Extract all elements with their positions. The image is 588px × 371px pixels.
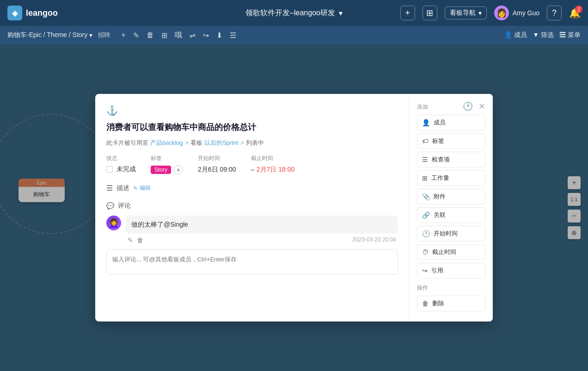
reference-prefix: 此卡片被引用至: [106, 139, 148, 147]
comment-input-wrapper: [106, 249, 398, 274]
status-text: 未完成: [116, 165, 136, 173]
add-button[interactable]: +: [400, 6, 415, 20]
time-separator: –: [251, 166, 255, 173]
status-checkbox[interactable]: [106, 166, 113, 173]
story-tag[interactable]: Story: [151, 166, 171, 174]
project-selector[interactable]: 领歌软件开发–leangoo研发 ▾: [245, 8, 343, 18]
download-tool[interactable]: ⬇: [214, 30, 224, 41]
start-time-icon: 🕐: [422, 230, 430, 237]
breadcrumb-dropdown[interactable]: ▾: [89, 31, 92, 39]
description-icon: ☰: [106, 184, 113, 192]
tag-field: 标签 Story +: [151, 155, 183, 174]
workload-icon: ⊞: [422, 174, 428, 182]
add-start-time-label: 开始时间: [434, 229, 458, 238]
recruit-link[interactable]: 招聘: [98, 31, 110, 39]
list-tool[interactable]: ☰: [228, 30, 238, 41]
members-link[interactable]: 👤 成员: [504, 31, 527, 39]
comment-actions: ✎ 🗑: [128, 236, 143, 244]
description-label: 描述: [116, 184, 129, 192]
add-attachment-label: 附件: [434, 192, 446, 201]
forward-tool[interactable]: ↪: [201, 30, 211, 41]
history-button[interactable]: 🕐: [462, 100, 474, 112]
filter-link[interactable]: ▼ 筛选: [533, 31, 554, 39]
comment-delete-button[interactable]: 🗑: [137, 236, 143, 244]
tag-icon: 🏷: [422, 137, 429, 145]
add-relation-label: 关联: [434, 211, 446, 219]
edit-label: 编辑: [140, 184, 151, 192]
edit-tool[interactable]: ✎: [131, 30, 141, 41]
modal-title: 消费者可以查看购物车中商品的价格总计: [106, 122, 398, 133]
board-nav-label: 看板导航: [450, 9, 476, 17]
grid-tool[interactable]: ⊞: [159, 30, 169, 41]
delete-tool[interactable]: 🗑: [145, 30, 156, 40]
end-time-field: 截止时间 – 2月7日 18:00: [251, 155, 295, 174]
modal-sidebar: 添加 👤 成员 🏷 标签 ☰ 检查项 ⊞ 工作量 �: [410, 94, 493, 322]
add-end-time-button[interactable]: ⏱ 截止时间: [417, 244, 485, 260]
comments-section: 💬 评论 👩‍🦱 做的太棒了@Single: [106, 202, 398, 274]
add-end-time-label: 截止时间: [432, 248, 456, 256]
top-nav: ◈ leangoo 领歌软件开发–leangoo研发 ▾ + ⊞ 看板导航 ▾ …: [0, 0, 588, 26]
swap-tool[interactable]: ⇌: [188, 30, 197, 41]
user-area[interactable]: 👩 Amy Guo: [494, 6, 539, 20]
avatar: 👩: [494, 6, 509, 20]
sub-nav: 购物车-Epic / Theme / Story ▾ 招聘 + ✎ 🗑 ⊞ 哦 …: [0, 26, 588, 44]
grid-button[interactable]: ⊞: [423, 6, 437, 20]
add-tag-button[interactable]: +: [174, 165, 183, 174]
relation-icon: 🔗: [422, 211, 430, 219]
add-tool[interactable]: +: [119, 30, 127, 40]
modal-dialog: 🕐 ✕ ⚓ 消费者可以查看购物车中商品的价格总计 此卡片被引用至 产品backl…: [95, 94, 493, 322]
status-label: 状态: [106, 155, 136, 162]
anchor-icon: ⚓: [106, 105, 118, 116]
comment-item: 👩‍🦱 做的太棒了@Single ✎ 🗑: [106, 216, 398, 244]
status-field: 状态 未完成: [106, 155, 136, 173]
comment-input[interactable]: [107, 250, 398, 272]
logo-text: leangoo: [26, 8, 58, 18]
comment-time: 2023-03-23 20:04: [352, 236, 396, 243]
reference-list-label: 列表中: [246, 139, 264, 147]
close-button[interactable]: ✕: [478, 100, 486, 112]
sub-nav-right: 👤 成员 ▼ 筛选 ☰ 菜单: [504, 31, 581, 39]
menu-link[interactable]: ☰ 菜单: [559, 31, 581, 39]
comment-avatar-img: 👩‍🦱: [106, 216, 121, 230]
add-attachment-button[interactable]: 📎 附件: [417, 189, 485, 204]
comment-edit-button[interactable]: ✎: [128, 236, 133, 244]
nav-right: + ⊞ 看板导航 ▾ 👩 Amy Guo ? 🔔 2: [400, 6, 581, 20]
delete-icon: 🗑: [422, 300, 429, 307]
start-time-value: 2月6日 09:00: [198, 166, 236, 173]
modal-overlay: 🕐 ✕ ⚓ 消费者可以查看购物车中商品的价格总计 此卡片被引用至 产品backl…: [0, 44, 588, 371]
board-nav-button[interactable]: 看板导航 ▾: [445, 6, 487, 19]
comment-author: 做的太棒了@Single: [131, 221, 188, 228]
share-tool[interactable]: 哦: [173, 30, 184, 41]
project-dropdown-icon: ▾: [339, 9, 343, 18]
add-start-time-button[interactable]: 🕐 开始时间: [417, 226, 485, 241]
start-time-label: 开始时间: [198, 155, 236, 162]
description-section-header: ☰ 描述 ✎ 编辑: [106, 184, 398, 192]
tags-wrapper: Story +: [151, 165, 183, 174]
edit-description-button[interactable]: ✎ 编辑: [133, 184, 151, 192]
modal-reference: 此卡片被引用至 产品backlog ↗ 看板 以后的Sprint ↗ 列表中: [106, 139, 398, 147]
comment-avatar: 👩‍🦱: [106, 216, 121, 230]
modal-top-actions: 🕐 ✕: [462, 100, 486, 112]
end-time-value: 2月7日 18:00: [257, 166, 295, 173]
delete-button[interactable]: 🗑 删除: [417, 296, 485, 311]
add-relation-button[interactable]: 🔗 关联: [417, 207, 485, 223]
add-tag-label: 标签: [432, 137, 444, 145]
end-time-label: 截止时间: [251, 155, 295, 162]
notification-button[interactable]: 🔔 2: [569, 7, 581, 19]
backlog-link[interactable]: 产品backlog ↗: [150, 139, 189, 147]
sprint-link[interactable]: 以后的Sprint ↗: [204, 139, 244, 147]
breadcrumb-text: 购物车-Epic / Theme / Story: [7, 31, 87, 39]
project-name: 领歌软件开发–leangoo研发: [245, 8, 335, 18]
add-tag-sidebar-button[interactable]: 🏷 标签: [417, 133, 485, 149]
help-button[interactable]: ?: [547, 6, 562, 20]
add-member-button[interactable]: 👤 成员: [417, 115, 485, 130]
add-checklist-button[interactable]: ☰ 检查项: [417, 152, 485, 167]
logo[interactable]: ◈ leangoo: [7, 6, 58, 20]
comments-title: 💬 评论: [106, 202, 398, 210]
edit-pencil-icon: ✎: [133, 185, 138, 192]
breadcrumb: 购物车-Epic / Theme / Story ▾: [7, 31, 92, 39]
end-time-icon: ⏱: [422, 248, 429, 256]
add-workload-button[interactable]: ⊞ 工作量: [417, 170, 485, 186]
add-quote-button[interactable]: ↪ 引用: [417, 263, 485, 278]
comments-label: 评论: [118, 202, 131, 210]
